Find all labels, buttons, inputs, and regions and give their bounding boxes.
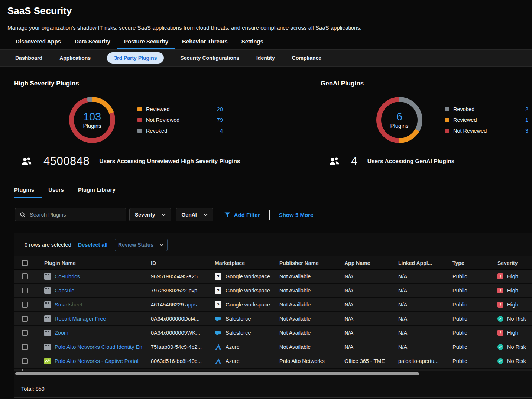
selection-status: 0 rows are selected (25, 242, 71, 248)
legend-label: Revoked (146, 128, 167, 134)
content-tab-users[interactable]: Users (48, 186, 64, 198)
column-header-plugin-name[interactable]: Plugin Name (38, 260, 145, 266)
plugin-icon (44, 330, 51, 336)
legend-swatch (445, 118, 449, 122)
column-header-marketplace[interactable]: Marketplace (209, 260, 274, 266)
donut-center-value: 6 (396, 111, 402, 122)
filter-toolbar: Severity GenAI Add Filter Show 5 More (0, 208, 532, 221)
plugin-name-link[interactable]: CoRubrics (55, 273, 80, 279)
column-header-type[interactable]: Type (447, 260, 493, 266)
severity-cell: ✓No Risk (493, 358, 532, 364)
plugin-name-link[interactable]: Report Manager Free (55, 316, 106, 322)
content-tab-plugin-library[interactable]: Plugin Library (78, 186, 116, 198)
app-name-cell: N/A (339, 288, 393, 293)
type-cell: Public (447, 344, 493, 350)
users-count: 4 (351, 155, 358, 168)
plugin-id: 8063d516-bc8f-40c... (145, 358, 209, 364)
page-title: SaaS Security (7, 5, 525, 17)
chart-title: High Severity Plugins (14, 80, 308, 87)
legend-swatch (137, 129, 142, 133)
horizontal-scrollbar (14, 372, 532, 375)
marketplace-cell: Azure (209, 344, 274, 350)
column-header-publisher[interactable]: Publisher Name (274, 260, 339, 266)
paloalto-app-icon (44, 358, 51, 364)
severity-filter-dropdown[interactable]: Severity (129, 208, 171, 221)
subtab-security-configurations[interactable]: Security Configurations (180, 55, 239, 61)
marketplace-cell: Azure (209, 358, 274, 364)
linked-app-cell: N/A (393, 302, 447, 308)
subtab-dashboard[interactable]: Dashboard (15, 55, 42, 61)
row-checkbox[interactable] (22, 344, 28, 350)
severity-cell: !High (493, 330, 532, 336)
app-name-cell: N/A (339, 344, 393, 350)
legend-swatch (137, 118, 142, 122)
charts-section: High Severity Plugins 103 Plugins Review… (0, 66, 532, 168)
subtab-3rd-party-plugins[interactable]: 3rd Party Plugins (107, 52, 164, 64)
row-checkbox[interactable] (22, 358, 28, 364)
salesforce-icon (215, 330, 221, 336)
tab-discovered-apps[interactable]: Discovered Apps (16, 38, 61, 49)
row-checkbox[interactable] (22, 288, 28, 293)
horizontal-scrollbar-thumb[interactable] (15, 372, 419, 375)
column-header-severity[interactable]: Severity (493, 260, 532, 266)
no-risk-icon: ✓ (497, 358, 503, 364)
subtab-identity[interactable]: Identity (256, 55, 275, 61)
page-header: SaaS Security Manage your organization's… (0, 0, 532, 49)
linked-app-cell: N/A (393, 273, 447, 279)
table-body: CoRubrics 969519855495-a25... ?Google wo… (14, 270, 532, 369)
plugin-name-link[interactable]: Zoom (55, 330, 68, 336)
app-name-cell: Office 365 - TME (339, 358, 393, 364)
subtab-compliance[interactable]: Compliance (292, 55, 321, 61)
review-status-dropdown[interactable]: Review Status (115, 239, 168, 251)
tab-behavior-threats[interactable]: Behavior Threats (182, 38, 228, 49)
select-all-checkbox[interactable] (22, 260, 28, 266)
legend-label: Not Reviewed (146, 117, 179, 123)
primary-tab-bar: Discovered AppsData SecurityPosture Secu… (7, 38, 525, 49)
plugin-name-link[interactable]: Capsule (55, 288, 74, 293)
column-header-app-name[interactable]: App Name (339, 260, 393, 266)
table-row: Report Manager Free 0A34x000000DcI4... S… (14, 312, 532, 326)
table-row: Capsule 797289802522-pvp... ?Google work… (14, 284, 532, 298)
row-checkbox[interactable] (22, 330, 28, 336)
legend-label: Revoked (453, 106, 474, 112)
app-name-cell: N/A (339, 316, 393, 322)
subtab-applications[interactable]: Applications (59, 55, 91, 61)
genai-donut-chart: 6 Plugins (376, 97, 422, 143)
legend-value: 3 (525, 128, 528, 134)
column-header-linked-app[interactable]: Linked Appl... (393, 260, 447, 266)
chart-title: GenAI Plugins (321, 80, 532, 87)
app-name-cell: N/A (339, 330, 393, 336)
column-header-id[interactable]: ID (145, 260, 209, 266)
row-checkbox[interactable] (22, 302, 28, 308)
publisher-cell: Not Available (274, 302, 339, 308)
linked-app-cell: N/A (393, 316, 447, 322)
plugin-id: 0A34x0000009WK... (145, 330, 209, 336)
plugins-table-panel: 0 rows are selected Deselect all Review … (14, 233, 532, 398)
donut-center-value: 103 (83, 111, 101, 122)
show-more-filters-link[interactable]: Show 5 More (279, 212, 314, 218)
tab-data-security[interactable]: Data Security (75, 38, 110, 49)
deselect-all-link[interactable]: Deselect all (78, 242, 108, 248)
row-checkbox[interactable] (22, 369, 23, 371)
search-input[interactable] (30, 212, 121, 218)
no-risk-icon: ✓ (497, 316, 503, 322)
tab-settings[interactable]: Settings (241, 38, 263, 49)
add-filter-button[interactable]: Add Filter (224, 212, 260, 218)
plugin-name-link[interactable]: Smartsheet (55, 302, 82, 308)
legend-label: Not Reviewed (453, 128, 487, 134)
legend-row: Not Reviewed 3 (445, 128, 528, 134)
content-tab-plugins[interactable]: Plugins (14, 186, 34, 198)
google-workspace-icon: ? (215, 287, 221, 294)
tab-posture-security[interactable]: Posture Security (124, 38, 168, 49)
severity-cell: ✓No Risk (493, 344, 532, 350)
users-stat: 4 Users Accessing GenAI Plugins (308, 155, 532, 168)
plugin-name-link[interactable]: Palo Alto Networks Cloud Identity En (55, 344, 142, 350)
plugin-name-link[interactable]: Palo Alto Networks - Captive Portal (55, 358, 139, 364)
genai-filter-dropdown[interactable]: GenAI (176, 208, 213, 221)
legend-swatch (137, 107, 142, 111)
donut-center-label: Plugins (83, 123, 101, 129)
row-checkbox[interactable] (22, 316, 28, 322)
users-icon (21, 157, 32, 166)
row-checkbox[interactable] (22, 273, 28, 279)
table-row: Zoom 0A34x0000009WK... Salesforce Not Av… (14, 326, 532, 340)
